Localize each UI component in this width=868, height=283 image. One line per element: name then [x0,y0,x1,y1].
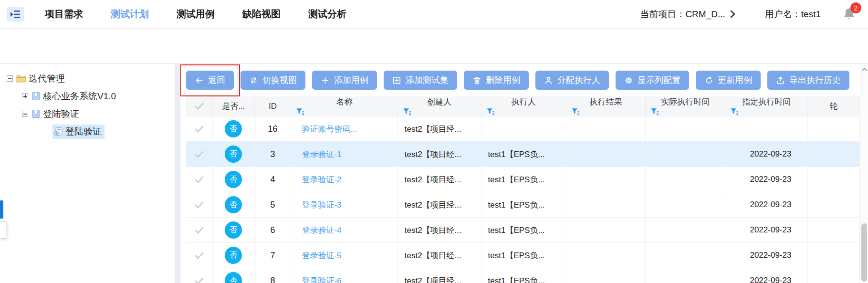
row-checkbox[interactable] [186,218,212,243]
cell-executor: test1【EPS负... [481,192,566,218]
toolbar-button-label: 添加用例 [334,74,368,86]
toolbar-button-5[interactable]: 删除用例 [464,71,529,90]
cell-creator: test2【项目经... [397,116,481,142]
column-header-label: 是否... [222,102,245,111]
cell-result [566,167,646,192]
nav-item-1[interactable]: 项目需求 [45,8,83,21]
column-header-result: 执行结果 [566,96,646,116]
cell-id: 4 [254,167,291,192]
cell-creator: test2【项目经... [397,268,481,283]
cell-creator: test2【项目经... [397,218,481,243]
table-row[interactable]: 否5登录验证-3test2【项目经...test1【EPS负...2022-09… [186,192,860,218]
column-header-label: 执行结果 [590,97,622,106]
test-case-link[interactable]: 登录验证-5 [302,251,341,260]
nav-item-3[interactable]: 测试用例 [177,8,215,21]
filter-icon[interactable] [296,107,304,116]
cell-name: 登录验证-5 [291,243,397,268]
test-case-link[interactable]: 登录验证-4 [302,226,341,235]
toolbar-button-6[interactable]: 分配执行人 [535,71,609,90]
table-row[interactable]: 否4登录验证-2test2【项目经...test1【EPS负...2022-09… [186,167,860,192]
row-checkbox[interactable] [186,116,212,142]
toolbar-button-2[interactable]: 切换视图 [241,71,305,90]
test-case-link[interactable]: 验证账号密码... [302,125,357,134]
arrow-left-icon [195,76,204,85]
table-row[interactable]: 否16验证账号密码...test2【项目经... [186,116,860,142]
check-icon [195,201,204,209]
cell-round [808,218,860,243]
test-case-link[interactable]: 登录验证-1 [302,150,341,159]
cell-name: 登录验证-6 [291,268,397,283]
cell-id: 5 [254,192,291,218]
row-checkbox[interactable] [186,243,212,268]
toolbar-button-8[interactable]: 更新用例 [696,71,761,90]
toolbar-button-3[interactable]: 添加用例 [312,71,377,90]
cell-id: 8 [254,268,291,283]
toolbar-button-7[interactable]: 显示列配置 [616,71,689,90]
cell-result [566,268,646,283]
scrollbar-thumb[interactable] [861,223,867,282]
vertical-scrollbar[interactable] [860,64,868,283]
column-header-assigned_time: 指定执行时间 [725,96,807,116]
cell-actual_time [646,167,725,192]
nav-item-4[interactable]: 缺陷视图 [242,8,281,21]
cell-round [808,268,860,283]
cell-executor: test1【EPS负... [481,167,566,192]
toolbar-button-1[interactable]: 返回 [186,71,234,90]
row-checkbox[interactable] [186,167,212,192]
test-case-link[interactable]: 登录验证-6 [302,276,341,283]
notification-bell[interactable]: 2 [843,7,856,21]
filter-icon[interactable] [650,107,659,116]
cell-result [566,192,646,218]
table-row[interactable]: 否7登录验证-5test2【项目经...test1【EPS负...2022-09… [186,243,860,268]
collapse-icon[interactable] [22,111,28,117]
table-row[interactable]: 否6登录验证-4test2【项目经...test1【EPS负...2022-09… [186,218,860,243]
table-row[interactable]: 否3登录验证-1test2【项目经...test1【EPS负...2022-09… [186,142,860,167]
row-checkbox[interactable] [186,268,212,283]
tree-node-label: 核心业务系统V1.0 [43,90,116,103]
toolbar-button-label: 更新用例 [718,74,752,86]
status-badge: 否 [225,171,242,188]
column-header-exec: 是否... [212,96,254,116]
sidebar-toggle-icon[interactable] [7,7,24,21]
column-header-label: 轮 [830,102,838,111]
filter-icon[interactable] [403,107,411,116]
tree-node-1[interactable]: 迭代管理 [0,70,175,87]
toolbar-button-4[interactable]: 添加测试集 [384,71,457,90]
cell-actual_time [646,243,725,268]
tree-node-label: 迭代管理 [29,73,65,85]
collapse-icon[interactable] [7,75,13,82]
test-case-link[interactable]: 登录验证-2 [302,175,341,184]
filter-icon[interactable] [730,107,739,116]
nav-item-2[interactable]: 测试计划 [111,8,149,21]
table-row[interactable]: 否8登录验证-6test2【项目经...test1【EPS负...2022-09… [186,268,860,283]
left-edge-white-tab[interactable] [0,221,6,239]
tree-node-4[interactable]: 登陆验证 [0,123,175,140]
panel-splitter[interactable] [175,64,180,283]
cell-exec: 否 [212,142,254,167]
plan-icon [31,109,41,118]
test-case-link[interactable]: 登录验证-3 [302,200,341,210]
left-edge-blue-tab[interactable] [0,200,3,219]
cell-creator: test2【项目经... [397,243,481,268]
check-icon [195,252,204,259]
status-badge: 否 [225,146,242,163]
current-project-selector[interactable]: 当前项目：CRM_D... [640,8,735,21]
filter-icon[interactable] [486,107,495,116]
swap-icon [249,76,258,85]
cell-id: 16 [254,116,291,142]
toolbar-button-label: 添加测试集 [406,74,449,86]
filter-icon[interactable] [571,107,580,116]
top-navigation-bar: 项目需求测试计划测试用例缺陷视图测试分析 当前项目：CRM_D... 用户名：t… [0,0,868,29]
column-header-check [186,96,212,116]
nav-item-5[interactable]: 测试分析 [308,8,346,21]
cell-creator: test2【项目经... [397,142,481,167]
tree-node-2[interactable]: 核心业务系统V1.0 [0,87,175,105]
toolbar-button-9[interactable]: 导出执行历史 [767,71,849,90]
main-nav: 项目需求测试计划测试用例缺陷视图测试分析 [45,8,374,21]
expand-icon[interactable] [22,93,28,99]
row-checkbox[interactable] [186,142,212,167]
tree-node-3[interactable]: 登陆验证 [0,105,175,123]
scroll-up-icon[interactable] [860,64,868,74]
cell-actual_time [646,192,725,218]
row-checkbox[interactable] [186,192,212,218]
